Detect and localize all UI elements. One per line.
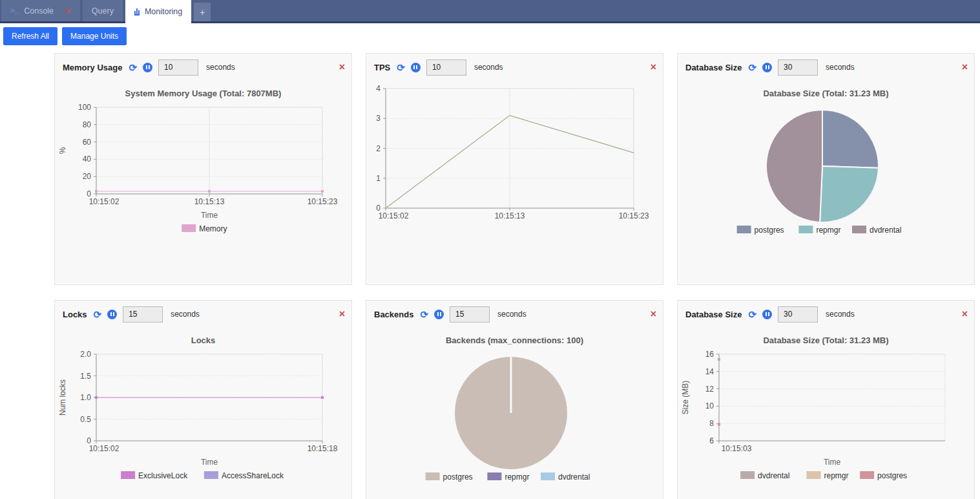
interval-unit-label: seconds: [497, 310, 526, 319]
svg-text:Memory: Memory: [199, 224, 227, 233]
bar-chart-icon: [134, 8, 140, 16]
manage-units-button[interactable]: Manage Units: [62, 27, 127, 45]
interval-unit-label: seconds: [826, 310, 855, 319]
panel-title: Database Size: [685, 63, 742, 72]
panel-title: TPS: [374, 63, 390, 72]
svg-text:postgres: postgres: [755, 226, 784, 235]
close-panel-icon[interactable]: ×: [651, 62, 656, 72]
svg-text:0.5: 0.5: [80, 415, 91, 424]
svg-text:Time: Time: [824, 458, 841, 467]
tab-monitoring[interactable]: Monitoring: [125, 0, 191, 23]
svg-text:10:15:03: 10:15:03: [722, 444, 752, 453]
tab-query[interactable]: Query: [83, 0, 123, 21]
refresh-icon[interactable]: ⟳: [420, 310, 428, 319]
svg-text:Size (MB): Size (MB): [681, 381, 690, 415]
svg-text:2: 2: [376, 144, 381, 153]
svg-text:100: 100: [78, 103, 91, 112]
toolbar: Refresh All Manage Units: [0, 23, 980, 48]
tab-console[interactable]: >_ Console ×: [1, 0, 80, 21]
svg-text:System Memory Usage (Total: 78: System Memory Usage (Total: 7807MB): [125, 89, 282, 98]
close-panel-icon[interactable]: ×: [339, 309, 345, 319]
pause-icon[interactable]: [107, 310, 117, 319]
svg-text:3: 3: [376, 114, 381, 123]
panel-memory-usage: Memory Usage ⟳ seconds × System Memory U…: [54, 53, 352, 285]
svg-text:16: 16: [705, 350, 714, 359]
tps-chart: 4321010:15:0210:15:1310:15:23: [366, 76, 663, 230]
svg-text:40: 40: [83, 154, 92, 164]
svg-text:dvdrental: dvdrental: [758, 471, 789, 480]
panel-header: TPS ⟳ seconds ×: [366, 54, 663, 76]
svg-text:8: 8: [709, 419, 714, 428]
svg-text:14: 14: [705, 367, 714, 376]
interval-input[interactable]: [426, 59, 466, 76]
close-panel-icon[interactable]: ×: [962, 309, 968, 319]
panel-database-size-pie: Database Size ⟳ seconds × Database Size …: [677, 53, 975, 285]
svg-text:Num locks: Num locks: [58, 379, 67, 416]
close-tab-icon[interactable]: ×: [65, 6, 71, 16]
panel-backends: Backends ⟳ seconds × Backends (max_conne…: [366, 300, 663, 499]
pause-icon[interactable]: [434, 310, 444, 319]
panel-title: Database Size: [685, 310, 742, 319]
svg-text:10: 10: [705, 401, 714, 410]
panel-database-size-line: Database Size ⟳ seconds × Database Size …: [677, 300, 975, 499]
svg-text:Time: Time: [201, 211, 218, 220]
pause-icon[interactable]: [411, 63, 421, 72]
svg-text:Database Size (Total: 31.23 MB: Database Size (Total: 31.23 MB): [763, 89, 888, 98]
svg-text:4: 4: [376, 84, 381, 93]
pause-icon[interactable]: [762, 63, 772, 72]
pause-icon[interactable]: [143, 63, 152, 72]
panel-header: Backends ⟳ seconds ×: [366, 301, 663, 323]
pause-icon[interactable]: [762, 310, 772, 319]
panel-header: Database Size ⟳ seconds ×: [678, 54, 974, 76]
svg-text:dvdrental: dvdrental: [558, 472, 590, 482]
svg-text:10:15:23: 10:15:23: [308, 197, 338, 206]
panel-title: Backends: [374, 310, 413, 319]
svg-text:AccessShareLock: AccessShareLock: [222, 471, 284, 480]
interval-unit-label: seconds: [826, 63, 855, 72]
svg-text:%: %: [58, 147, 67, 154]
svg-text:postgres: postgres: [877, 471, 907, 480]
new-tab-button[interactable]: +: [194, 3, 211, 21]
svg-text:10:15:13: 10:15:13: [194, 197, 225, 206]
refresh-icon[interactable]: ⟳: [748, 310, 756, 319]
close-panel-icon[interactable]: ×: [339, 62, 345, 72]
close-panel-icon[interactable]: ×: [962, 62, 968, 72]
terminal-icon: >_: [10, 7, 19, 15]
panel-header: Locks ⟳ seconds ×: [55, 301, 351, 323]
svg-text:1.5: 1.5: [80, 372, 91, 381]
refresh-icon[interactable]: ⟳: [94, 310, 102, 319]
tab-monitoring-label: Monitoring: [145, 7, 182, 16]
interval-input[interactable]: [778, 59, 818, 76]
interval-input[interactable]: [778, 306, 818, 323]
tab-bar: >_ Console × Query Monitoring +: [0, 0, 980, 23]
svg-text:10:15:13: 10:15:13: [495, 211, 525, 220]
panel-title: Memory Usage: [63, 63, 122, 72]
svg-text:10:15:02: 10:15:02: [89, 197, 120, 206]
refresh-icon[interactable]: ⟳: [397, 63, 405, 72]
refresh-icon[interactable]: ⟳: [129, 63, 137, 72]
close-panel-icon[interactable]: ×: [651, 309, 656, 319]
database-size-line-chart: Database Size (Total: 31.23 MB)161412108…: [678, 323, 974, 487]
database-size-pie-chart: Database Size (Total: 31.23 MB)postgresr…: [678, 76, 974, 240]
interval-input[interactable]: [123, 306, 163, 323]
interval-input[interactable]: [450, 306, 490, 323]
interval-input[interactable]: [158, 59, 198, 76]
svg-text:10:15:02: 10:15:02: [89, 444, 120, 453]
svg-text:10:15:18: 10:15:18: [308, 444, 338, 453]
panel-header: Database Size ⟳ seconds ×: [678, 301, 974, 323]
locks-chart: Locks2.01.51.00.5010:15:0210:15:18Num lo…: [55, 323, 351, 487]
tab-console-label: Console: [24, 6, 54, 16]
panel-tps: TPS ⟳ seconds × 4321010:15:0210:15:1310:…: [366, 53, 663, 285]
refresh-all-button[interactable]: Refresh All: [3, 27, 57, 45]
svg-text:1.0: 1.0: [80, 393, 91, 402]
refresh-icon[interactable]: ⟳: [748, 63, 756, 72]
svg-text:10:15:02: 10:15:02: [379, 211, 409, 220]
svg-text:Database Size (Total: 31.23 MB: Database Size (Total: 31.23 MB): [763, 335, 888, 345]
svg-text:6: 6: [709, 436, 714, 445]
svg-text:Time: Time: [201, 458, 218, 467]
svg-text:10:15:23: 10:15:23: [619, 211, 649, 220]
svg-text:repmgr: repmgr: [816, 226, 840, 235]
svg-text:Locks: Locks: [191, 335, 216, 345]
panel-locks: Locks ⟳ seconds × Locks2.01.51.00.5010:1…: [54, 300, 352, 499]
svg-text:1: 1: [376, 174, 381, 183]
